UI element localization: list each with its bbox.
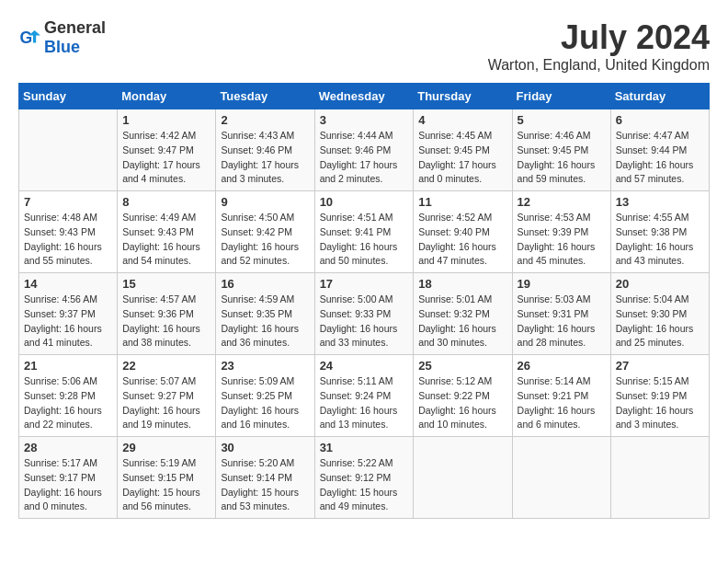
day-info: Sunrise: 5:03 AMSunset: 9:31 PMDaylight:… [518, 293, 606, 350]
day-number: 29 [122, 441, 210, 454]
day-info: Sunrise: 5:15 AMSunset: 9:19 PMDaylight:… [616, 374, 704, 432]
calendar-week-row: 21Sunrise: 5:06 AMSunset: 9:28 PMDayligh… [19, 355, 710, 437]
calendar-cell: 31Sunrise: 5:22 AMSunset: 9:12 PMDayligh… [314, 437, 414, 519]
calendar-cell [19, 109, 118, 191]
day-number: 5 [518, 113, 606, 127]
day-number: 18 [418, 277, 506, 291]
calendar-cell: 20Sunrise: 5:04 AMSunset: 9:30 PMDayligh… [610, 273, 709, 355]
month-year-title: July 2024 [488, 18, 710, 57]
calendar-cell: 23Sunrise: 5:09 AMSunset: 9:25 PMDayligh… [216, 355, 314, 437]
day-number: 19 [518, 277, 606, 291]
day-info: Sunrise: 4:51 AMSunset: 9:41 PMDaylight:… [320, 211, 409, 269]
day-info: Sunrise: 4:59 AMSunset: 9:35 PMDaylight:… [221, 293, 309, 350]
day-number: 14 [24, 277, 112, 291]
day-number: 6 [616, 113, 704, 127]
day-info: Sunrise: 5:11 AMSunset: 9:24 PMDaylight:… [320, 374, 409, 432]
logo: G General Blue [18, 18, 106, 57]
calendar-cell: 12Sunrise: 4:53 AMSunset: 9:39 PMDayligh… [512, 191, 610, 273]
calendar-cell: 27Sunrise: 5:15 AMSunset: 9:19 PMDayligh… [610, 355, 709, 437]
day-info: Sunrise: 4:45 AMSunset: 9:45 PMDaylight:… [418, 129, 506, 187]
day-info: Sunrise: 5:12 AMSunset: 9:22 PMDaylight:… [418, 374, 506, 432]
day-number: 23 [221, 359, 309, 373]
day-number: 11 [418, 195, 506, 209]
day-info: Sunrise: 4:57 AMSunset: 9:36 PMDaylight:… [122, 293, 210, 350]
calendar-cell: 1Sunrise: 4:42 AMSunset: 9:47 PMDaylight… [118, 109, 216, 191]
day-info: Sunrise: 4:46 AMSunset: 9:45 PMDaylight:… [518, 129, 606, 187]
day-number: 20 [616, 277, 704, 291]
day-number: 15 [122, 277, 210, 291]
calendar-cell: 18Sunrise: 5:01 AMSunset: 9:32 PMDayligh… [414, 273, 512, 355]
day-info: Sunrise: 4:50 AMSunset: 9:42 PMDaylight:… [221, 211, 309, 269]
day-info: Sunrise: 5:22 AMSunset: 9:12 PMDaylight:… [320, 456, 409, 514]
day-info: Sunrise: 4:48 AMSunset: 9:43 PMDaylight:… [24, 211, 112, 269]
day-info: Sunrise: 5:14 AMSunset: 9:21 PMDaylight:… [518, 374, 606, 432]
day-info: Sunrise: 4:55 AMSunset: 9:38 PMDaylight:… [616, 211, 704, 269]
calendar-cell: 2Sunrise: 4:43 AMSunset: 9:46 PMDaylight… [216, 109, 314, 191]
calendar-cell: 4Sunrise: 4:45 AMSunset: 9:45 PMDaylight… [414, 109, 512, 191]
calendar-table: SundayMondayTuesdayWednesdayThursdayFrid… [18, 83, 710, 519]
day-number: 9 [221, 195, 309, 209]
calendar-week-row: 7Sunrise: 4:48 AMSunset: 9:43 PMDaylight… [19, 191, 710, 273]
calendar-cell: 19Sunrise: 5:03 AMSunset: 9:31 PMDayligh… [512, 273, 610, 355]
logo-general: General [44, 18, 106, 37]
day-info: Sunrise: 5:06 AMSunset: 9:28 PMDaylight:… [24, 374, 112, 432]
calendar-cell: 17Sunrise: 5:00 AMSunset: 9:33 PMDayligh… [314, 273, 414, 355]
logo-blue: Blue [44, 38, 80, 56]
calendar-cell: 30Sunrise: 5:20 AMSunset: 9:14 PMDayligh… [216, 437, 314, 519]
calendar-week-row: 1Sunrise: 4:42 AMSunset: 9:47 PMDaylight… [19, 109, 710, 191]
day-number: 21 [24, 359, 112, 373]
calendar-cell: 28Sunrise: 5:17 AMSunset: 9:17 PMDayligh… [19, 437, 118, 519]
page-header: G General Blue July 2024 Warton, England… [18, 18, 710, 74]
day-number: 16 [221, 277, 309, 291]
day-info: Sunrise: 5:01 AMSunset: 9:32 PMDaylight:… [418, 293, 506, 350]
calendar-cell: 24Sunrise: 5:11 AMSunset: 9:24 PMDayligh… [314, 355, 414, 437]
day-number: 4 [418, 113, 506, 127]
day-info: Sunrise: 5:00 AMSunset: 9:33 PMDaylight:… [320, 293, 409, 350]
calendar-cell: 29Sunrise: 5:19 AMSunset: 9:15 PMDayligh… [118, 437, 216, 519]
day-number: 27 [616, 359, 704, 373]
day-number: 7 [24, 195, 112, 209]
day-number: 25 [418, 359, 506, 373]
day-of-week-header: Thursday [414, 84, 512, 109]
day-of-week-header: Sunday [19, 84, 118, 109]
calendar-cell: 10Sunrise: 4:51 AMSunset: 9:41 PMDayligh… [314, 191, 414, 273]
calendar-cell: 8Sunrise: 4:49 AMSunset: 9:43 PMDaylight… [118, 191, 216, 273]
calendar-cell: 11Sunrise: 4:52 AMSunset: 9:40 PMDayligh… [414, 191, 512, 273]
day-of-week-header: Tuesday [216, 84, 314, 109]
day-info: Sunrise: 5:17 AMSunset: 9:17 PMDaylight:… [24, 456, 112, 514]
day-number: 1 [122, 113, 210, 127]
day-number: 28 [24, 441, 112, 454]
day-info: Sunrise: 5:20 AMSunset: 9:14 PMDaylight:… [221, 456, 309, 514]
calendar-cell: 15Sunrise: 4:57 AMSunset: 9:36 PMDayligh… [118, 273, 216, 355]
day-info: Sunrise: 4:43 AMSunset: 9:46 PMDaylight:… [221, 129, 309, 187]
day-number: 24 [320, 359, 409, 373]
day-info: Sunrise: 5:07 AMSunset: 9:27 PMDaylight:… [122, 374, 210, 432]
day-number: 10 [320, 195, 409, 209]
day-number: 30 [221, 441, 309, 454]
day-info: Sunrise: 5:04 AMSunset: 9:30 PMDaylight:… [616, 293, 704, 350]
calendar-header-row: SundayMondayTuesdayWednesdayThursdayFrid… [19, 84, 710, 109]
calendar-cell: 14Sunrise: 4:56 AMSunset: 9:37 PMDayligh… [19, 273, 118, 355]
calendar-cell [414, 437, 512, 519]
day-info: Sunrise: 4:47 AMSunset: 9:44 PMDaylight:… [616, 129, 704, 187]
day-info: Sunrise: 4:44 AMSunset: 9:46 PMDaylight:… [320, 129, 409, 187]
day-number: 8 [122, 195, 210, 209]
calendar-week-row: 14Sunrise: 4:56 AMSunset: 9:37 PMDayligh… [19, 273, 710, 355]
day-info: Sunrise: 4:53 AMSunset: 9:39 PMDaylight:… [518, 211, 606, 269]
day-number: 3 [320, 113, 409, 127]
calendar-cell: 3Sunrise: 4:44 AMSunset: 9:46 PMDaylight… [314, 109, 414, 191]
calendar-week-row: 28Sunrise: 5:17 AMSunset: 9:17 PMDayligh… [19, 437, 710, 519]
day-number: 22 [122, 359, 210, 373]
day-of-week-header: Friday [512, 84, 610, 109]
day-number: 26 [518, 359, 606, 373]
day-info: Sunrise: 5:19 AMSunset: 9:15 PMDaylight:… [122, 456, 210, 514]
calendar-cell: 26Sunrise: 5:14 AMSunset: 9:21 PMDayligh… [512, 355, 610, 437]
calendar-cell: 25Sunrise: 5:12 AMSunset: 9:22 PMDayligh… [414, 355, 512, 437]
day-of-week-header: Wednesday [314, 84, 414, 109]
day-info: Sunrise: 4:56 AMSunset: 9:37 PMDaylight:… [24, 293, 112, 350]
calendar-cell [512, 437, 610, 519]
title-section: July 2024 Warton, England, United Kingdo… [488, 18, 710, 74]
day-info: Sunrise: 4:49 AMSunset: 9:43 PMDaylight:… [122, 211, 210, 269]
calendar-cell: 5Sunrise: 4:46 AMSunset: 9:45 PMDaylight… [512, 109, 610, 191]
svg-text:G: G [20, 29, 33, 47]
